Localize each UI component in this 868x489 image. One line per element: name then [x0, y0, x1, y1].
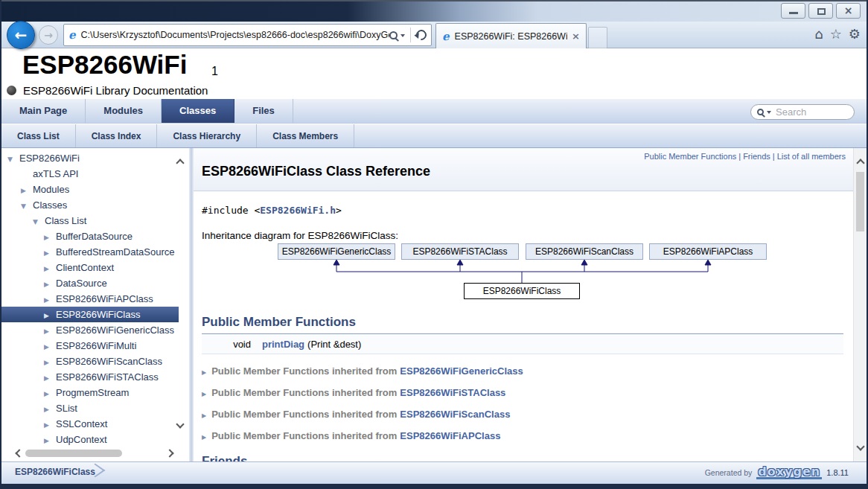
tree-item-label[interactable]: ProgmemStream	[56, 387, 129, 398]
collapsed-arrow-icon[interactable]: ▶	[202, 412, 206, 419]
tree-item-label[interactable]: SList	[56, 403, 77, 414]
tree-item-esp8266wifi[interactable]: ESP8266WiFi	[1, 150, 179, 166]
address-bar[interactable]: e C:\Users\Krzysztof\Documents\Projects\…	[63, 24, 432, 46]
tree-item-bufferdatasource[interactable]: BufferDataSource	[1, 228, 179, 244]
tree-expand-icon[interactable]	[44, 355, 56, 371]
tree-collapse-icon[interactable]	[21, 199, 33, 214]
inherited-class-link[interactable]: ESP8266WiFiScanClass	[400, 409, 510, 420]
scroll-up-icon[interactable]	[856, 159, 864, 167]
doxygen-logo[interactable]: doxygen	[756, 466, 822, 479]
back-button[interactable]: ←	[7, 21, 35, 49]
sidebar-hscroll-thumb[interactable]	[25, 450, 122, 457]
tree-expand-icon[interactable]	[21, 183, 33, 199]
collapsed-arrow-icon[interactable]: ▶	[202, 369, 206, 376]
tree-item-label[interactable]: BufferedStreamDataSource	[56, 246, 174, 258]
search-dropdown-icon[interactable]	[767, 111, 771, 116]
tree-item-label[interactable]: SSLContext	[56, 418, 107, 429]
inherited-class-link[interactable]: ESP8266WiFiGenericClass	[400, 365, 523, 377]
tree-item-label[interactable]: UdpContext	[56, 434, 107, 445]
content-scrollbar[interactable]	[853, 148, 867, 461]
favorites-star-icon[interactable]: ☆	[830, 26, 842, 42]
restore-button[interactable]	[808, 3, 833, 19]
tree-item-udpcontext[interactable]: UdpContext	[1, 432, 179, 447]
tree-item-axtls-api[interactable]: axTLS API	[1, 166, 179, 182]
tree-item-label[interactable]: Class List	[45, 215, 86, 226]
tree-collapse-icon[interactable]	[33, 214, 45, 230]
tree-item-classes[interactable]: Classes	[1, 197, 179, 213]
inherited-section-scanclass[interactable]: ▶Public Member Functions inherited fromE…	[202, 409, 510, 420]
tree-item-label[interactable]: Modules	[33, 184, 69, 195]
close-button[interactable]: ×	[836, 3, 861, 19]
minimize-button[interactable]	[781, 3, 805, 19]
tree-item-clientcontext[interactable]: ClientContext	[1, 260, 179, 275]
tab-modules[interactable]: Modules	[86, 99, 162, 123]
inherited-class-link[interactable]: ESP8266WiFiSTAClass	[400, 387, 505, 398]
scrollbar-thumb[interactable]	[856, 172, 864, 231]
scroll-down-icon[interactable]	[856, 442, 864, 450]
tree-item-esp8266wifiscanclass[interactable]: ESP8266WiFiScanClass	[1, 354, 179, 369]
tree-expand-icon[interactable]	[44, 261, 56, 277]
diagram-box-apclass[interactable]: ESP8266WiFiAPClass	[649, 243, 767, 260]
tree-expand-icon[interactable]	[44, 324, 56, 339]
tab-files[interactable]: Files	[234, 99, 293, 123]
collapsed-arrow-icon[interactable]: ▶	[202, 391, 206, 397]
sidebar-scroll-right-icon[interactable]	[165, 449, 173, 457]
tree-expand-icon[interactable]	[44, 246, 56, 261]
tree-expand-icon[interactable]	[44, 277, 56, 293]
tree-expand-icon[interactable]	[44, 339, 56, 355]
diagram-box-scanclass[interactable]: ESP8266WiFiScanClass	[526, 243, 643, 260]
include-file-link[interactable]: ESP8266WiFi.h	[260, 205, 336, 216]
diagram-box-genericclass[interactable]: ESP8266WiFiGenericClass	[278, 243, 395, 260]
tree-item-label[interactable]: DataSource	[56, 278, 107, 289]
tree-item-label[interactable]: Classes	[33, 199, 67, 211]
collapsed-arrow-icon[interactable]: ▶	[202, 434, 206, 441]
tab-main-page[interactable]: Main Page	[1, 99, 86, 123]
tab-class-index[interactable]: Class Index	[76, 124, 158, 147]
tree-item-label[interactable]: ESP8266WiFiClass	[56, 309, 140, 320]
tree-expand-icon[interactable]	[44, 371, 56, 386]
inherited-class-link[interactable]: ESP8266WiFiAPClass	[400, 430, 500, 441]
inherited-section-apclass[interactable]: ▶Public Member Functions inherited fromE…	[202, 430, 500, 441]
tab-strip[interactable]	[588, 27, 607, 48]
tree-item-esp8266wifiapclass[interactable]: ESP8266WiFiAPClass	[1, 291, 179, 307]
tree-item-label[interactable]: ESP8266WiFiScanClass	[56, 356, 162, 367]
tab-classes[interactable]: Classes	[162, 99, 234, 123]
tree-item-esp8266wifigenericclass[interactable]: ESP8266WiFiGenericClass	[1, 322, 179, 338]
tree-item-esp8266wificlass-selected[interactable]: ESP8266WiFiClass	[1, 307, 179, 322]
link-list-of-all-members[interactable]: List of all members	[777, 152, 846, 161]
tree-item-modules[interactable]: Modules	[1, 182, 179, 197]
tree-item-datasource[interactable]: DataSource	[1, 275, 179, 291]
tree-collapse-icon[interactable]	[7, 152, 19, 167]
tree-expand-icon[interactable]	[44, 293, 56, 308]
diagram-box-staclass[interactable]: ESP8266WiFiSTAClass	[401, 243, 519, 260]
tree-item-esp8266wifimulti[interactable]: ESP8266WiFiMulti	[1, 338, 179, 354]
member-name-link[interactable]: printDiag	[262, 339, 304, 350]
sidebar-scroll-left-icon[interactable]	[15, 449, 23, 457]
tree-item-label[interactable]: ESP8266WiFiSTAClass	[56, 371, 159, 383]
tree-expand-icon[interactable]	[44, 230, 56, 246]
link-public-member-functions[interactable]: Public Member Functions	[644, 152, 736, 161]
tree-item-label[interactable]: axTLS API	[33, 168, 78, 179]
breadcrumb[interactable]: ESP8266WiFiClass	[15, 467, 95, 477]
tree-item-label[interactable]: ESP8266WiFiMulti	[56, 340, 136, 351]
search-input[interactable]: Search	[750, 104, 855, 120]
tree-expand-icon[interactable]	[44, 308, 56, 324]
tree-item-esp8266wifistaclass[interactable]: ESP8266WiFiSTAClass	[1, 369, 179, 385]
refresh-icon[interactable]	[414, 28, 429, 42]
tab-class-members[interactable]: Class Members	[257, 124, 354, 147]
link-friends[interactable]: Friends	[743, 152, 770, 161]
inherited-section-genericclass[interactable]: ▶Public Member Functions inherited fromE…	[202, 365, 523, 377]
address-search-icon[interactable]	[389, 31, 398, 39]
inherited-section-staclass[interactable]: ▶Public Member Functions inherited fromE…	[202, 387, 505, 398]
gear-icon[interactable]: ⚙	[849, 26, 861, 42]
tree-item-label[interactable]: BufferDataSource	[56, 231, 133, 242]
tree-item-label[interactable]: ESP8266WiFiGenericClass	[56, 325, 174, 336]
tree-item-progmemstream[interactable]: ProgmemStream	[1, 385, 179, 400]
tree-item-label[interactable]: ClientContext	[56, 262, 114, 273]
tree-expand-icon[interactable]	[44, 386, 56, 402]
tree-expand-icon[interactable]	[44, 402, 56, 418]
forward-button[interactable]: →	[39, 25, 58, 45]
tree-item-sslcontext[interactable]: SSLContext	[1, 416, 179, 432]
address-text[interactable]: C:\Users\Krzysztof\Documents\Projects\es…	[81, 30, 389, 40]
browser-tab[interactable]: e ESP8266WiFi: ESP8266WiFi... ×	[435, 23, 587, 48]
